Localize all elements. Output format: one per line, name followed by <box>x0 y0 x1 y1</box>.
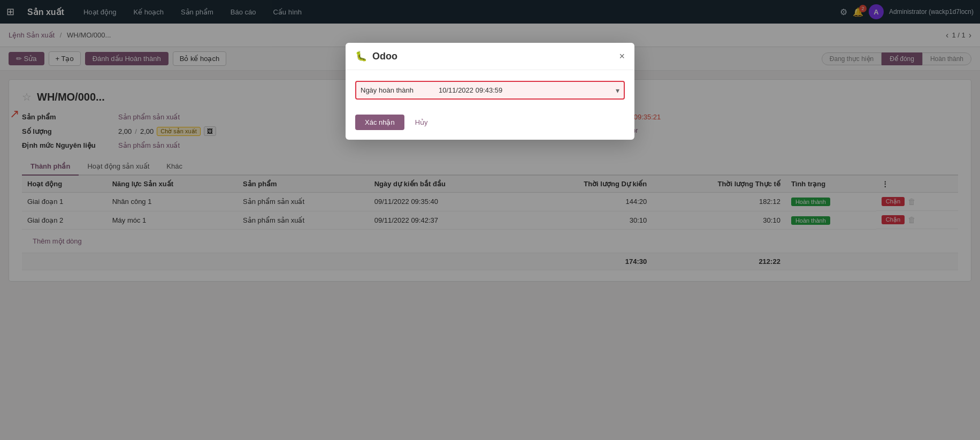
date-dropdown-btn[interactable]: ▾ <box>616 86 619 95</box>
dialog-footer: Xác nhận Hủy <box>346 109 634 140</box>
dialog-header: 🐛 Odoo × <box>346 43 634 70</box>
dialog: 🐛 Odoo × Ngày hoàn thành ▾ Xác nhận Hủy <box>346 43 634 140</box>
date-label: Ngày hoàn thành <box>361 86 430 94</box>
modal-overlay[interactable]: 🐛 Odoo × Ngày hoàn thành ▾ Xác nhận Hủy <box>0 0 980 440</box>
cancel-dialog-button[interactable]: Hủy <box>410 115 433 130</box>
dialog-title: Odoo <box>372 51 397 62</box>
dialog-body: Ngày hoàn thành ▾ <box>346 70 634 109</box>
date-field-row: Ngày hoàn thành ▾ <box>355 81 625 100</box>
dialog-close-button[interactable]: × <box>619 51 625 61</box>
odoo-bug-icon: 🐛 <box>355 50 367 62</box>
date-input[interactable] <box>437 84 609 96</box>
confirm-button[interactable]: Xác nhận <box>355 115 404 130</box>
